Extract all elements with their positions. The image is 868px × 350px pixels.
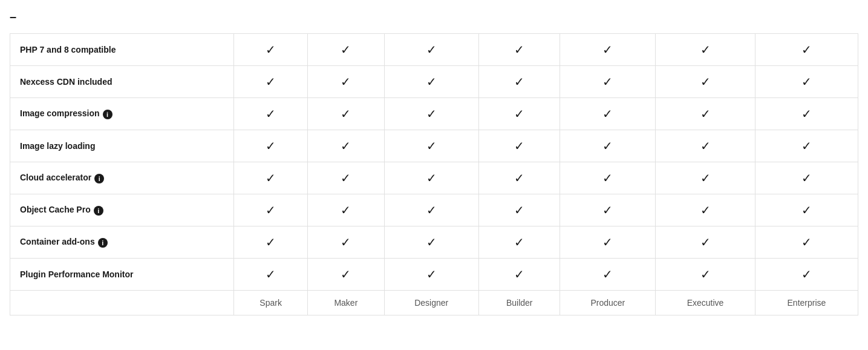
check-icon bbox=[700, 42, 711, 57]
plan-support-cell bbox=[478, 66, 560, 98]
check-icon bbox=[426, 42, 437, 57]
plan-support-cell bbox=[234, 130, 308, 162]
check-icon bbox=[514, 42, 524, 57]
plan-support-cell bbox=[308, 98, 384, 130]
check-icon bbox=[426, 139, 437, 153]
plan-support-cell bbox=[234, 259, 308, 291]
check-icon bbox=[426, 74, 437, 89]
feature-name: Nexcess CDN included bbox=[10, 66, 234, 98]
check-icon bbox=[266, 171, 276, 185]
check-icon bbox=[700, 107, 711, 121]
plan-support-cell bbox=[755, 98, 858, 130]
plan-support-cell bbox=[656, 162, 755, 194]
plan-support-cell bbox=[308, 162, 384, 194]
info-icon[interactable]: i bbox=[98, 238, 108, 248]
plan-support-cell bbox=[384, 130, 478, 162]
plan-support-cell bbox=[384, 162, 478, 194]
plan-support-cell bbox=[478, 194, 560, 226]
plan-support-cell bbox=[234, 66, 308, 98]
plan-support-cell bbox=[755, 66, 858, 98]
plan-support-cell bbox=[755, 194, 858, 226]
plan-label: Executive bbox=[656, 291, 755, 315]
feature-name: PHP 7 and 8 compatible bbox=[10, 34, 234, 66]
table-row: PHP 7 and 8 compatible bbox=[10, 34, 858, 66]
check-icon bbox=[801, 42, 812, 57]
info-icon[interactable]: i bbox=[94, 206, 103, 216]
check-icon bbox=[602, 171, 613, 185]
plan-support-cell bbox=[560, 66, 656, 98]
feature-label: Object Cache Pro bbox=[20, 205, 91, 214]
plan-support-cell bbox=[755, 130, 858, 162]
check-icon bbox=[700, 74, 711, 89]
check-icon bbox=[426, 203, 437, 217]
check-icon bbox=[341, 267, 351, 282]
plan-support-cell bbox=[560, 34, 656, 66]
feature-label: Nexcess CDN included bbox=[20, 77, 113, 87]
check-icon bbox=[700, 267, 711, 282]
plan-support-cell bbox=[755, 259, 858, 291]
info-icon[interactable]: i bbox=[94, 174, 104, 183]
check-icon bbox=[602, 107, 613, 121]
check-icon bbox=[341, 235, 351, 249]
plan-support-cell bbox=[656, 194, 755, 226]
plan-support-cell bbox=[478, 34, 560, 66]
plan-support-cell bbox=[656, 34, 755, 66]
check-icon bbox=[341, 139, 351, 153]
table-row: Container add-onsi bbox=[10, 226, 858, 259]
check-icon bbox=[341, 171, 351, 185]
plan-support-cell bbox=[656, 98, 755, 130]
check-icon bbox=[341, 107, 351, 121]
feature-name: Container add-onsi bbox=[10, 226, 234, 259]
plan-support-cell bbox=[384, 194, 478, 226]
plan-support-cell bbox=[234, 162, 308, 194]
plan-support-cell bbox=[656, 259, 755, 291]
plan-support-cell bbox=[234, 98, 308, 130]
check-icon bbox=[602, 203, 613, 217]
check-icon bbox=[266, 203, 276, 217]
plan-support-cell bbox=[478, 98, 560, 130]
plan-support-cell bbox=[308, 130, 384, 162]
check-icon bbox=[602, 139, 613, 153]
check-icon bbox=[801, 139, 812, 153]
check-icon bbox=[602, 42, 613, 57]
table-row: Cloud acceleratori bbox=[10, 162, 858, 194]
table-row: Object Cache Proi bbox=[10, 194, 858, 226]
plan-label: Builder bbox=[478, 291, 560, 315]
check-icon bbox=[514, 235, 524, 249]
plan-support-cell bbox=[656, 66, 755, 98]
section-header: – bbox=[10, 10, 858, 24]
feature-label: Container add-ons bbox=[20, 237, 95, 246]
check-icon bbox=[266, 267, 276, 282]
plan-support-cell bbox=[755, 162, 858, 194]
plan-support-cell bbox=[384, 226, 478, 259]
plan-labels-row: SparkMakerDesignerBuilderProducerExecuti… bbox=[10, 291, 858, 315]
plan-support-cell bbox=[656, 130, 755, 162]
plan-label: Maker bbox=[308, 291, 384, 315]
table-row: Plugin Performance Monitor bbox=[10, 259, 858, 291]
feature-label: PHP 7 and 8 compatible bbox=[20, 45, 116, 54]
plan-support-cell bbox=[308, 226, 384, 259]
check-icon bbox=[514, 267, 524, 282]
check-icon bbox=[426, 107, 437, 121]
plan-support-cell bbox=[384, 66, 478, 98]
check-icon bbox=[341, 203, 351, 217]
check-icon bbox=[426, 171, 437, 185]
check-icon bbox=[426, 235, 437, 249]
check-icon bbox=[266, 139, 276, 153]
plan-support-cell bbox=[560, 259, 656, 291]
info-icon[interactable]: i bbox=[103, 110, 113, 119]
feature-label: Image compression bbox=[20, 108, 100, 118]
plan-support-cell bbox=[308, 194, 384, 226]
plan-support-cell bbox=[234, 34, 308, 66]
check-icon bbox=[266, 235, 276, 249]
feature-label: Image lazy loading bbox=[20, 141, 95, 151]
feature-label: Plugin Performance Monitor bbox=[20, 269, 133, 279]
check-icon bbox=[801, 171, 812, 185]
plan-label: Designer bbox=[384, 291, 478, 315]
section-prefix: – bbox=[10, 10, 16, 24]
plan-support-cell bbox=[384, 98, 478, 130]
check-icon bbox=[341, 74, 351, 89]
feature-name: Image lazy loading bbox=[10, 130, 234, 162]
check-icon bbox=[514, 74, 524, 89]
check-icon bbox=[426, 267, 437, 282]
